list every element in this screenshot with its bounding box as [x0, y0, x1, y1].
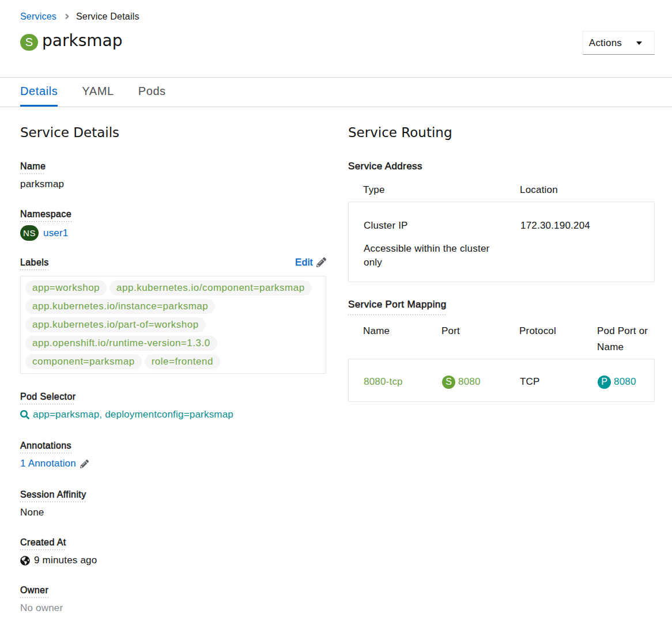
breadcrumb-separator-icon [65, 12, 70, 21]
detail-name: Name parksmap [20, 160, 326, 191]
labels-term: Labels Edit [20, 256, 326, 270]
pod-selector-term: Pod Selector [20, 390, 326, 404]
service-address-heading: Service Address [348, 160, 655, 172]
address-type: Cluster IP [364, 219, 499, 233]
breadcrumb-services-link[interactable]: Services [20, 10, 56, 22]
pod-selector-value: app=parksmap, deploymentconfig=parksmap [20, 408, 326, 422]
created-at-line: 9 minutes ago [20, 553, 326, 567]
table-row: 8080-tcp S 8080 TCP P 8080 [348, 359, 655, 402]
pencil-icon [80, 460, 89, 468]
namespace-resource-badge: NS [20, 225, 39, 241]
tab-bar: Details YAML Pods [0, 77, 672, 107]
title-group: S parksmap [20, 31, 122, 51]
detail-annotations: Annotations 1 Annotation [20, 439, 326, 471]
col-header-name: Name [348, 315, 426, 359]
labels-label: Labels [20, 256, 49, 270]
labels-value: app=workshopapp.kubernetes.io/component=… [20, 276, 326, 374]
label-chip: component=parksmap [25, 354, 142, 369]
type-cell: Cluster IP Accessible within the cluster… [349, 202, 505, 282]
pod-selector-link[interactable]: app=parksmap, deploymentconfig=parksmap [33, 408, 233, 422]
service-address-table: Type Location Cluster IP Accessible with… [348, 172, 655, 282]
namespace-label: Namespace [20, 208, 71, 222]
actions-dropdown-button[interactable]: Actions [583, 31, 655, 55]
col-header-protocol: Protocol [504, 315, 582, 359]
breadcrumb-current: Service Details [76, 10, 139, 22]
page-header: Services Service Details S parksmap Acti… [0, 0, 672, 51]
service-details-section: Service Details Name parksmap Namespace … [20, 124, 326, 615]
namespace-term: Namespace [20, 208, 326, 222]
address-type-desc: Accessible within the cluster only [364, 242, 499, 270]
detail-labels: Labels Edit app=workshopapp.kubernetes.i… [20, 256, 326, 374]
label-chip: app=workshop [25, 280, 107, 295]
label-chip: role=frontend [145, 354, 220, 369]
label-chip: app.kubernetes.io/component=parksmap [110, 280, 312, 295]
detail-created-at: Created At 9 minutes ago [20, 536, 326, 567]
name-term: Name [20, 160, 326, 174]
annotations-label: Annotations [20, 439, 71, 453]
annotation-line: 1 Annotation [20, 457, 89, 471]
port-value: 8080 [458, 375, 481, 389]
table-header-row: Name Port Protocol Pod Port or Name [348, 315, 655, 359]
created-at-value: 9 minutes ago [34, 553, 97, 567]
session-affinity-term: Session Affinity [20, 488, 326, 502]
label-chip: app.kubernetes.io/part-of=workshop [25, 317, 206, 332]
created-at-label: Created At [20, 536, 66, 550]
pod-port-badge: P [598, 376, 611, 389]
table-header-row: Type Location [348, 172, 655, 202]
tab-yaml[interactable]: YAML [82, 78, 114, 107]
created-at-term: Created At [20, 536, 326, 550]
labels-group: app=workshopapp.kubernetes.io/component=… [20, 276, 326, 374]
detail-pod-selector: Pod Selector app=parksmap, deploymentcon… [20, 390, 326, 422]
col-header-location: Location [505, 172, 655, 202]
pod-port-cell: P 8080 [583, 359, 654, 401]
pencil-icon [316, 257, 326, 267]
col-header-type: Type [348, 172, 505, 202]
content-grid: Service Details Name parksmap Namespace … [0, 107, 672, 615]
session-affinity-label: Session Affinity [20, 488, 86, 502]
breadcrumb: Services Service Details [20, 10, 655, 22]
port-name: 8080-tcp [349, 359, 427, 401]
annotations-edit-link[interactable]: 1 Annotation [20, 457, 76, 471]
tab-details[interactable]: Details [20, 78, 58, 107]
annotations-value: 1 Annotation [20, 457, 326, 471]
title-row: S parksmap Actions [20, 31, 655, 51]
owner-label: Owner [20, 584, 48, 598]
service-routing-heading: Service Routing [348, 124, 655, 141]
detail-owner: Owner No owner [20, 584, 326, 615]
address-location: 172.30.190.204 [505, 202, 654, 282]
owner-value: No owner [20, 601, 326, 615]
service-address-heading-text: Service Address [348, 161, 422, 172]
detail-namespace: Namespace NS user1 [20, 208, 326, 241]
actions-label: Actions [589, 37, 622, 49]
caret-down-icon [636, 41, 642, 45]
labels-edit-label: Edit [295, 256, 313, 268]
label-chip: app.openshift.io/runtime-version=1.3.0 [25, 336, 217, 351]
pod-port-value: 8080 [614, 375, 636, 389]
tab-pods[interactable]: Pods [138, 78, 166, 107]
name-label: Name [20, 160, 46, 174]
protocol-value: TCP [505, 359, 583, 401]
page-title: parksmap [42, 31, 122, 51]
namespace-value: NS user1 [20, 225, 326, 241]
session-affinity-value: None [20, 506, 326, 520]
service-resource-badge: S [20, 34, 38, 51]
port-cell: S 8080 [427, 359, 505, 401]
pod-selector-label: Pod Selector [20, 390, 75, 404]
service-details-heading: Service Details [20, 124, 326, 141]
namespace-link[interactable]: user1 [43, 226, 69, 240]
service-port-mapping-table: Name Port Protocol Pod Port or Name 8080… [348, 315, 655, 402]
labels-edit-button[interactable]: Edit [295, 256, 326, 268]
service-port-mapping-heading-text: Service Port Mapping [348, 298, 447, 315]
detail-session-affinity: Session Affinity None [20, 488, 326, 520]
table-row: Cluster IP Accessible within the cluster… [348, 202, 655, 282]
annotations-term: Annotations [20, 439, 326, 453]
col-header-port: Port [426, 315, 504, 359]
globe-icon [20, 556, 30, 566]
name-value: parksmap [20, 177, 326, 191]
search-icon [20, 410, 29, 419]
col-header-pod-port: Pod Port or Name [582, 315, 655, 359]
service-port-badge: S [442, 376, 455, 389]
service-routing-section: Service Routing Service Address Type Loc… [348, 124, 655, 615]
owner-term: Owner [20, 584, 326, 598]
label-chip: app.kubernetes.io/instance=parksmap [25, 299, 215, 314]
